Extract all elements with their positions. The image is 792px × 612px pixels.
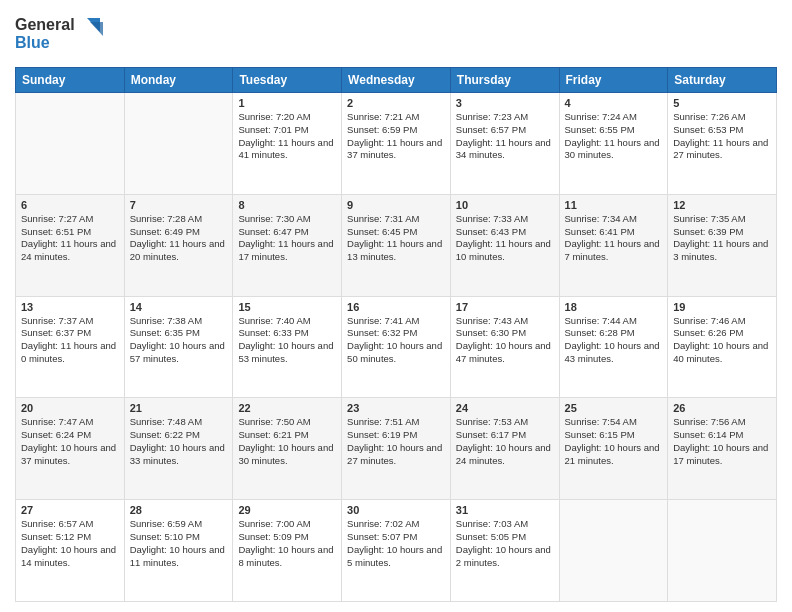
- cell-content: Sunrise: 7:48 AMSunset: 6:22 PMDaylight:…: [130, 416, 228, 467]
- sunset-text: Sunset: 6:37 PM: [21, 327, 91, 338]
- daylight-text: Daylight: 10 hours and 37 minutes.: [21, 442, 116, 466]
- day-number: 23: [347, 402, 445, 414]
- sunset-text: Sunset: 6:32 PM: [347, 327, 417, 338]
- day-number: 25: [565, 402, 663, 414]
- daylight-text: Daylight: 10 hours and 57 minutes.: [130, 340, 225, 364]
- sunrise-text: Sunrise: 7:00 AM: [238, 518, 310, 529]
- sunrise-text: Sunrise: 7:28 AM: [130, 213, 202, 224]
- sunset-text: Sunset: 6:28 PM: [565, 327, 635, 338]
- sunset-text: Sunset: 6:22 PM: [130, 429, 200, 440]
- cell-content: Sunrise: 7:40 AMSunset: 6:33 PMDaylight:…: [238, 315, 336, 366]
- sunrise-text: Sunrise: 7:47 AM: [21, 416, 93, 427]
- logo-text: General Blue: [15, 10, 105, 59]
- weekday-header-thursday: Thursday: [450, 68, 559, 93]
- daylight-text: Daylight: 10 hours and 8 minutes.: [238, 544, 333, 568]
- cell-content: Sunrise: 7:54 AMSunset: 6:15 PMDaylight:…: [565, 416, 663, 467]
- day-number: 16: [347, 301, 445, 313]
- cell-content: Sunrise: 7:43 AMSunset: 6:30 PMDaylight:…: [456, 315, 554, 366]
- day-number: 18: [565, 301, 663, 313]
- sunset-text: Sunset: 6:15 PM: [565, 429, 635, 440]
- sunrise-text: Sunrise: 7:33 AM: [456, 213, 528, 224]
- sunrise-text: Sunrise: 7:23 AM: [456, 111, 528, 122]
- weekday-header-tuesday: Tuesday: [233, 68, 342, 93]
- cell-content: Sunrise: 7:53 AMSunset: 6:17 PMDaylight:…: [456, 416, 554, 467]
- cell-content: Sunrise: 7:02 AMSunset: 5:07 PMDaylight:…: [347, 518, 445, 569]
- calendar-cell: 6Sunrise: 7:27 AMSunset: 6:51 PMDaylight…: [16, 194, 125, 296]
- sunset-text: Sunset: 6:59 PM: [347, 124, 417, 135]
- daylight-text: Daylight: 11 hours and 34 minutes.: [456, 137, 551, 161]
- calendar-cell: 2Sunrise: 7:21 AMSunset: 6:59 PMDaylight…: [342, 93, 451, 195]
- daylight-text: Daylight: 11 hours and 10 minutes.: [456, 238, 551, 262]
- calendar-cell: 31Sunrise: 7:03 AMSunset: 5:05 PMDayligh…: [450, 500, 559, 602]
- day-number: 11: [565, 199, 663, 211]
- sunrise-text: Sunrise: 7:50 AM: [238, 416, 310, 427]
- sunset-text: Sunset: 6:45 PM: [347, 226, 417, 237]
- daylight-text: Daylight: 10 hours and 40 minutes.: [673, 340, 768, 364]
- calendar-cell: 16Sunrise: 7:41 AMSunset: 6:32 PMDayligh…: [342, 296, 451, 398]
- cell-content: Sunrise: 7:24 AMSunset: 6:55 PMDaylight:…: [565, 111, 663, 162]
- cell-content: Sunrise: 7:38 AMSunset: 6:35 PMDaylight:…: [130, 315, 228, 366]
- sunrise-text: Sunrise: 7:48 AM: [130, 416, 202, 427]
- cell-content: Sunrise: 7:50 AMSunset: 6:21 PMDaylight:…: [238, 416, 336, 467]
- sunrise-text: Sunrise: 7:44 AM: [565, 315, 637, 326]
- cell-content: Sunrise: 7:26 AMSunset: 6:53 PMDaylight:…: [673, 111, 771, 162]
- sunrise-text: Sunrise: 7:03 AM: [456, 518, 528, 529]
- calendar-cell: 15Sunrise: 7:40 AMSunset: 6:33 PMDayligh…: [233, 296, 342, 398]
- sunrise-text: Sunrise: 7:34 AM: [565, 213, 637, 224]
- cell-content: Sunrise: 7:46 AMSunset: 6:26 PMDaylight:…: [673, 315, 771, 366]
- daylight-text: Daylight: 10 hours and 30 minutes.: [238, 442, 333, 466]
- calendar-cell: 22Sunrise: 7:50 AMSunset: 6:21 PMDayligh…: [233, 398, 342, 500]
- daylight-text: Daylight: 10 hours and 50 minutes.: [347, 340, 442, 364]
- sunset-text: Sunset: 6:26 PM: [673, 327, 743, 338]
- calendar-cell: 27Sunrise: 6:57 AMSunset: 5:12 PMDayligh…: [16, 500, 125, 602]
- calendar-cell: 18Sunrise: 7:44 AMSunset: 6:28 PMDayligh…: [559, 296, 668, 398]
- calendar-cell: 11Sunrise: 7:34 AMSunset: 6:41 PMDayligh…: [559, 194, 668, 296]
- sunrise-text: Sunrise: 7:35 AM: [673, 213, 745, 224]
- cell-content: Sunrise: 6:57 AMSunset: 5:12 PMDaylight:…: [21, 518, 119, 569]
- cell-content: Sunrise: 7:28 AMSunset: 6:49 PMDaylight:…: [130, 213, 228, 264]
- sunrise-text: Sunrise: 7:54 AM: [565, 416, 637, 427]
- daylight-text: Daylight: 10 hours and 47 minutes.: [456, 340, 551, 364]
- daylight-text: Daylight: 10 hours and 21 minutes.: [565, 442, 660, 466]
- day-number: 14: [130, 301, 228, 313]
- day-number: 6: [21, 199, 119, 211]
- sunrise-text: Sunrise: 7:41 AM: [347, 315, 419, 326]
- cell-content: Sunrise: 7:47 AMSunset: 6:24 PMDaylight:…: [21, 416, 119, 467]
- cell-content: Sunrise: 7:23 AMSunset: 6:57 PMDaylight:…: [456, 111, 554, 162]
- day-number: 15: [238, 301, 336, 313]
- cell-content: Sunrise: 7:56 AMSunset: 6:14 PMDaylight:…: [673, 416, 771, 467]
- cell-content: Sunrise: 7:33 AMSunset: 6:43 PMDaylight:…: [456, 213, 554, 264]
- cell-content: Sunrise: 7:20 AMSunset: 7:01 PMDaylight:…: [238, 111, 336, 162]
- daylight-text: Daylight: 10 hours and 53 minutes.: [238, 340, 333, 364]
- cell-content: Sunrise: 7:21 AMSunset: 6:59 PMDaylight:…: [347, 111, 445, 162]
- day-number: 19: [673, 301, 771, 313]
- day-number: 8: [238, 199, 336, 211]
- sunset-text: Sunset: 6:14 PM: [673, 429, 743, 440]
- daylight-text: Daylight: 10 hours and 27 minutes.: [347, 442, 442, 466]
- cell-content: Sunrise: 7:35 AMSunset: 6:39 PMDaylight:…: [673, 213, 771, 264]
- cell-content: Sunrise: 7:00 AMSunset: 5:09 PMDaylight:…: [238, 518, 336, 569]
- sunset-text: Sunset: 5:05 PM: [456, 531, 526, 542]
- daylight-text: Daylight: 11 hours and 30 minutes.: [565, 137, 660, 161]
- day-number: 13: [21, 301, 119, 313]
- cell-content: Sunrise: 7:03 AMSunset: 5:05 PMDaylight:…: [456, 518, 554, 569]
- daylight-text: Daylight: 11 hours and 13 minutes.: [347, 238, 442, 262]
- cell-content: Sunrise: 7:37 AMSunset: 6:37 PMDaylight:…: [21, 315, 119, 366]
- calendar-cell: [16, 93, 125, 195]
- cell-content: Sunrise: 7:30 AMSunset: 6:47 PMDaylight:…: [238, 213, 336, 264]
- sunrise-text: Sunrise: 7:27 AM: [21, 213, 93, 224]
- calendar-cell: 5Sunrise: 7:26 AMSunset: 6:53 PMDaylight…: [668, 93, 777, 195]
- day-number: 28: [130, 504, 228, 516]
- daylight-text: Daylight: 11 hours and 17 minutes.: [238, 238, 333, 262]
- calendar-cell: 30Sunrise: 7:02 AMSunset: 5:07 PMDayligh…: [342, 500, 451, 602]
- sunrise-text: Sunrise: 7:46 AM: [673, 315, 745, 326]
- calendar-cell: 4Sunrise: 7:24 AMSunset: 6:55 PMDaylight…: [559, 93, 668, 195]
- daylight-text: Daylight: 10 hours and 5 minutes.: [347, 544, 442, 568]
- sunrise-text: Sunrise: 7:56 AM: [673, 416, 745, 427]
- daylight-text: Daylight: 10 hours and 33 minutes.: [130, 442, 225, 466]
- calendar-cell: 29Sunrise: 7:00 AMSunset: 5:09 PMDayligh…: [233, 500, 342, 602]
- calendar-cell: 7Sunrise: 7:28 AMSunset: 6:49 PMDaylight…: [124, 194, 233, 296]
- svg-text:Blue: Blue: [15, 34, 50, 51]
- calendar-cell: 26Sunrise: 7:56 AMSunset: 6:14 PMDayligh…: [668, 398, 777, 500]
- sunset-text: Sunset: 6:43 PM: [456, 226, 526, 237]
